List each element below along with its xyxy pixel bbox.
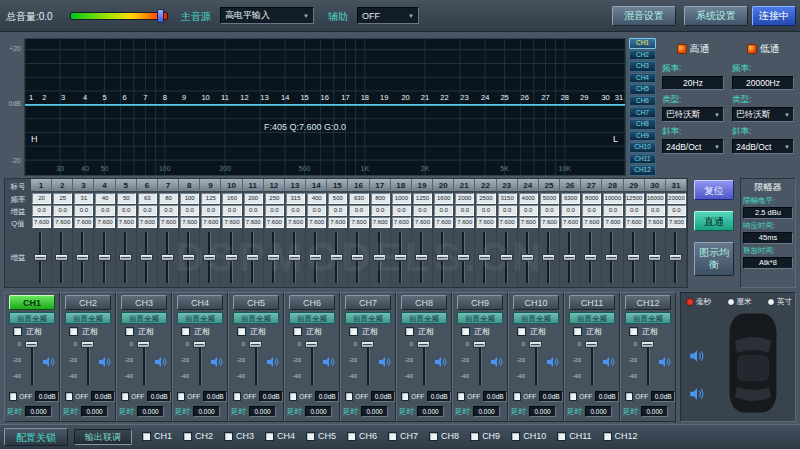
band-q[interactable]: 7.600 <box>540 217 559 228</box>
fader-handle[interactable] <box>417 341 430 348</box>
mute-checkbox[interactable] <box>625 392 633 401</box>
limiter-attack-value[interactable]: 45ms <box>743 232 793 244</box>
channel-select-ch9[interactable]: CH9 <box>457 295 503 310</box>
band-gain-slider[interactable] <box>391 228 412 287</box>
channel-type-label[interactable]: 前置全频 <box>121 312 167 324</box>
graph-channel-ch9[interactable]: CH9 <box>629 131 656 142</box>
phase-checkbox[interactable] <box>461 327 470 336</box>
band-number[interactable]: 20 <box>433 179 454 192</box>
fader-handle[interactable] <box>361 341 374 348</box>
band-frequency[interactable]: 5000 <box>540 193 559 204</box>
fader-handle[interactable] <box>529 341 542 348</box>
band-gain-slider[interactable] <box>348 228 369 287</box>
band-frequency[interactable]: 200 <box>244 193 263 204</box>
channel-gain-value[interactable]: 0.0dB <box>91 391 115 402</box>
band-gain[interactable]: 0.0 <box>53 205 72 216</box>
channel-type-label[interactable]: 前置全频 <box>625 312 671 324</box>
band-gain[interactable]: 0.0 <box>328 205 347 216</box>
band-q[interactable]: 7.600 <box>392 217 411 228</box>
band-q[interactable]: 7.600 <box>646 217 665 228</box>
band-q[interactable]: 7.600 <box>117 217 136 228</box>
graph-channel-ch5[interactable]: CH5 <box>629 84 656 95</box>
band-frequency[interactable]: 25 <box>53 193 72 204</box>
band-frequency[interactable]: 12500 <box>625 193 644 204</box>
band-gain-slider[interactable] <box>497 228 518 287</box>
band-frequency[interactable]: 400 <box>307 193 326 204</box>
speaker-icon[interactable] <box>98 356 112 368</box>
band-q[interactable]: 7.600 <box>603 217 622 228</box>
band-number[interactable]: 29 <box>624 179 645 192</box>
band-frequency[interactable]: 125 <box>201 193 220 204</box>
phase-checkbox[interactable] <box>125 327 134 336</box>
delay-value[interactable]: 0.000 <box>641 406 668 417</box>
channel-gain-value[interactable]: 0.0dB <box>651 391 675 402</box>
phase-checkbox[interactable] <box>517 327 526 336</box>
bypass-button[interactable]: 直通 <box>694 211 734 231</box>
channel-fader[interactable]: 0-20-40 <box>341 339 397 387</box>
band-frequency[interactable]: 10000 <box>603 193 622 204</box>
band-frequency[interactable]: 800 <box>371 193 390 204</box>
channel-gain-value[interactable]: 0.0dB <box>35 391 59 402</box>
channel-gain-value[interactable]: 0.0dB <box>483 391 507 402</box>
band-q[interactable]: 7.600 <box>138 217 157 228</box>
band-gain[interactable]: 0.0 <box>498 205 517 216</box>
graph-channel-ch6[interactable]: CH6 <box>629 96 656 107</box>
band-q[interactable]: 7.600 <box>53 217 72 228</box>
band-gain-slider[interactable] <box>94 228 115 287</box>
band-frequency[interactable]: 63 <box>138 193 157 204</box>
graph-channel-ch8[interactable]: CH8 <box>629 119 656 130</box>
band-number[interactable]: 17 <box>370 179 391 192</box>
channel-select-ch7[interactable]: CH7 <box>345 295 391 310</box>
channel-fader[interactable]: 0-20-40 <box>453 339 509 387</box>
speaker-icon[interactable] <box>266 356 280 368</box>
link-checkbox[interactable] <box>183 432 192 441</box>
mute-checkbox[interactable] <box>569 392 577 401</box>
car-speaker-icon[interactable] <box>689 349 705 363</box>
band-gain-slider[interactable] <box>200 228 221 287</box>
band-number[interactable]: 22 <box>475 179 496 192</box>
band-gain-slider[interactable] <box>518 228 539 287</box>
band-frequency[interactable]: 315 <box>286 193 305 204</box>
band-gain-slider[interactable] <box>52 228 73 287</box>
channel-fader[interactable]: 0-20-40 <box>117 339 173 387</box>
volume-slider-handle[interactable] <box>157 9 164 23</box>
band-gain[interactable]: 0.0 <box>540 205 559 216</box>
band-number[interactable]: 4 <box>94 179 115 192</box>
delay-value[interactable]: 0.000 <box>473 406 500 417</box>
band-number[interactable]: 8 <box>179 179 200 192</box>
channel-type-label[interactable]: 前置全频 <box>233 312 279 324</box>
link-checkbox[interactable] <box>224 432 233 441</box>
band-gain[interactable]: 0.0 <box>117 205 136 216</box>
channel-fader[interactable]: 0-20-40 <box>565 339 621 387</box>
channel-select-ch2[interactable]: CH2 <box>65 295 111 310</box>
eq-curve-plot[interactable]: 3040501002005001K2K5K10K1234567891011121… <box>24 38 626 176</box>
band-gain[interactable]: 0.0 <box>95 205 114 216</box>
band-gain-slider[interactable] <box>624 228 645 287</box>
band-gain-slider[interactable] <box>243 228 264 287</box>
link-channel-ch8[interactable]: CH8 <box>429 431 459 441</box>
band-q[interactable]: 7.600 <box>286 217 305 228</box>
band-number[interactable]: 15 <box>327 179 348 192</box>
channel-type-label[interactable]: 前置全频 <box>401 312 447 324</box>
band-gain[interactable]: 0.0 <box>265 205 284 216</box>
link-checkbox[interactable] <box>429 432 438 441</box>
channel-fader[interactable]: 0-20-40 <box>5 339 61 387</box>
band-q[interactable]: 7.600 <box>561 217 580 228</box>
phase-checkbox[interactable] <box>13 327 22 336</box>
channel-type-label[interactable]: 前置全频 <box>345 312 391 324</box>
link-checkbox[interactable] <box>265 432 274 441</box>
source-dropdown[interactable]: 高电平输入 ▼ <box>220 7 314 24</box>
speaker-icon[interactable] <box>42 356 56 368</box>
channel-fader[interactable]: 0-20-40 <box>285 339 341 387</box>
phase-checkbox[interactable] <box>349 327 358 336</box>
link-checkbox[interactable] <box>347 432 356 441</box>
band-frequency[interactable]: 2500 <box>476 193 495 204</box>
band-gain-slider[interactable] <box>327 228 348 287</box>
lp-type-dropdown[interactable]: 巴特沃斯 ▼ <box>732 107 794 122</box>
channel-gain-value[interactable]: 0.0dB <box>427 391 451 402</box>
channel-select-ch8[interactable]: CH8 <box>401 295 447 310</box>
band-number[interactable]: 11 <box>243 179 264 192</box>
graph-channel-ch4[interactable]: CH4 <box>629 73 656 84</box>
channel-gain-value[interactable]: 0.0dB <box>371 391 395 402</box>
mute-checkbox[interactable] <box>65 392 73 401</box>
